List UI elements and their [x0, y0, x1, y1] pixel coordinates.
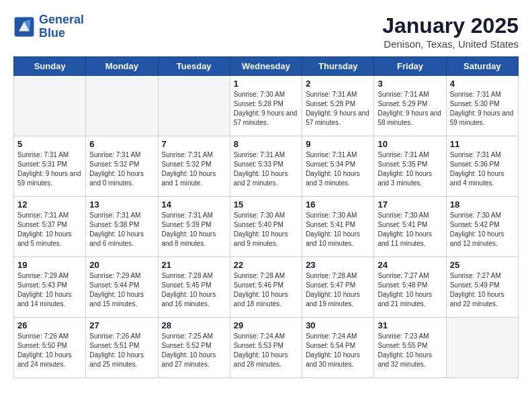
day-number: 7 [162, 139, 226, 149]
day-header-friday: Friday [374, 57, 446, 76]
day-cell: 8Sunrise: 7:31 AM Sunset: 5:33 PM Daylig… [230, 136, 302, 197]
day-cell: 22Sunrise: 7:28 AM Sunset: 5:46 PM Dayli… [230, 257, 302, 318]
day-info: Sunrise: 7:26 AM Sunset: 5:51 PM Dayligh… [89, 332, 154, 369]
day-number: 6 [89, 139, 154, 149]
day-cell: 13Sunrise: 7:31 AM Sunset: 5:38 PM Dayli… [86, 197, 158, 257]
day-number: 31 [378, 320, 442, 330]
day-cell: 4Sunrise: 7:31 AM Sunset: 5:30 PM Daylig… [446, 76, 518, 136]
day-info: Sunrise: 7:30 AM Sunset: 5:41 PM Dayligh… [306, 211, 370, 248]
day-number: 10 [378, 139, 442, 149]
day-number: 28 [162, 320, 226, 330]
day-number: 27 [89, 320, 154, 330]
day-number: 29 [234, 320, 298, 330]
day-cell: 14Sunrise: 7:31 AM Sunset: 5:39 PM Dayli… [158, 197, 230, 257]
week-row-2: 5Sunrise: 7:31 AM Sunset: 5:31 PM Daylig… [14, 136, 519, 197]
day-number: 20 [89, 260, 154, 270]
day-info: Sunrise: 7:31 AM Sunset: 5:33 PM Dayligh… [234, 150, 298, 188]
day-info: Sunrise: 7:28 AM Sunset: 5:47 PM Dayligh… [306, 271, 370, 309]
day-info: Sunrise: 7:31 AM Sunset: 5:36 PM Dayligh… [450, 150, 515, 188]
day-cell: 26Sunrise: 7:26 AM Sunset: 5:50 PM Dayli… [14, 318, 86, 378]
day-number: 25 [450, 260, 515, 270]
day-number: 30 [306, 320, 370, 330]
day-cell: 6Sunrise: 7:31 AM Sunset: 5:32 PM Daylig… [86, 136, 158, 197]
day-number: 23 [306, 260, 370, 270]
day-cell: 27Sunrise: 7:26 AM Sunset: 5:51 PM Dayli… [86, 318, 158, 378]
day-header-monday: Monday [86, 57, 158, 76]
calendar-title: January 2025 [382, 13, 519, 38]
day-info: Sunrise: 7:25 AM Sunset: 5:52 PM Dayligh… [162, 332, 226, 369]
day-number: 16 [306, 199, 370, 210]
calendar-subtitle: Denison, Texas, United States [382, 38, 519, 50]
day-cell: 30Sunrise: 7:24 AM Sunset: 5:54 PM Dayli… [302, 318, 374, 378]
day-info: Sunrise: 7:23 AM Sunset: 5:55 PM Dayligh… [378, 332, 442, 369]
day-number: 26 [17, 320, 82, 330]
day-number: 24 [378, 260, 442, 270]
day-info: Sunrise: 7:31 AM Sunset: 5:37 PM Dayligh… [17, 211, 82, 248]
day-header-tuesday: Tuesday [158, 57, 230, 76]
day-info: Sunrise: 7:30 AM Sunset: 5:28 PM Dayligh… [234, 90, 298, 128]
day-cell: 24Sunrise: 7:27 AM Sunset: 5:48 PM Dayli… [374, 257, 446, 318]
day-cell [158, 76, 230, 136]
day-cell: 3Sunrise: 7:31 AM Sunset: 5:29 PM Daylig… [374, 76, 446, 136]
day-cell [86, 76, 158, 136]
day-info: Sunrise: 7:31 AM Sunset: 5:38 PM Dayligh… [89, 211, 154, 248]
day-cell: 28Sunrise: 7:25 AM Sunset: 5:52 PM Dayli… [158, 318, 230, 378]
logo-line2: Blue [39, 26, 65, 40]
day-info: Sunrise: 7:31 AM Sunset: 5:32 PM Dayligh… [89, 150, 154, 188]
day-info: Sunrise: 7:31 AM Sunset: 5:35 PM Dayligh… [378, 150, 442, 188]
day-info: Sunrise: 7:24 AM Sunset: 5:54 PM Dayligh… [306, 332, 370, 369]
day-number: 15 [234, 199, 298, 210]
day-cell: 7Sunrise: 7:31 AM Sunset: 5:32 PM Daylig… [158, 136, 230, 197]
day-info: Sunrise: 7:30 AM Sunset: 5:40 PM Dayligh… [234, 211, 298, 248]
day-info: Sunrise: 7:26 AM Sunset: 5:50 PM Dayligh… [17, 332, 82, 369]
day-number: 12 [17, 199, 82, 210]
day-cell: 29Sunrise: 7:24 AM Sunset: 5:53 PM Dayli… [230, 318, 302, 378]
logo: General Blue [13, 13, 84, 40]
day-info: Sunrise: 7:29 AM Sunset: 5:44 PM Dayligh… [89, 271, 154, 309]
day-cell: 12Sunrise: 7:31 AM Sunset: 5:37 PM Dayli… [14, 197, 86, 257]
day-number: 19 [17, 260, 82, 270]
day-info: Sunrise: 7:30 AM Sunset: 5:41 PM Dayligh… [378, 211, 442, 248]
day-info: Sunrise: 7:30 AM Sunset: 5:42 PM Dayligh… [450, 211, 515, 248]
day-number: 13 [89, 199, 154, 210]
day-header-wednesday: Wednesday [230, 57, 302, 76]
day-cell: 23Sunrise: 7:28 AM Sunset: 5:47 PM Dayli… [302, 257, 374, 318]
day-number: 2 [306, 79, 370, 89]
day-number: 5 [17, 139, 82, 149]
day-header-saturday: Saturday [446, 57, 518, 76]
day-number: 17 [378, 199, 442, 210]
day-cell: 10Sunrise: 7:31 AM Sunset: 5:35 PM Dayli… [374, 136, 446, 197]
logo-icon [13, 16, 35, 38]
day-number: 18 [450, 199, 515, 210]
logo-text: General Blue [39, 13, 84, 40]
day-cell: 31Sunrise: 7:23 AM Sunset: 5:55 PM Dayli… [374, 318, 446, 378]
day-info: Sunrise: 7:27 AM Sunset: 5:49 PM Dayligh… [450, 271, 515, 309]
day-info: Sunrise: 7:31 AM Sunset: 5:31 PM Dayligh… [17, 150, 82, 188]
day-cell: 19Sunrise: 7:29 AM Sunset: 5:43 PM Dayli… [14, 257, 86, 318]
day-number: 22 [234, 260, 298, 270]
day-info: Sunrise: 7:31 AM Sunset: 5:32 PM Dayligh… [162, 150, 226, 188]
day-info: Sunrise: 7:27 AM Sunset: 5:48 PM Dayligh… [378, 271, 442, 309]
day-cell: 11Sunrise: 7:31 AM Sunset: 5:36 PM Dayli… [446, 136, 518, 197]
day-info: Sunrise: 7:24 AM Sunset: 5:53 PM Dayligh… [234, 332, 298, 369]
day-info: Sunrise: 7:28 AM Sunset: 5:45 PM Dayligh… [162, 271, 226, 309]
day-number: 4 [450, 79, 515, 89]
day-info: Sunrise: 7:31 AM Sunset: 5:28 PM Dayligh… [306, 90, 370, 128]
day-cell [14, 76, 86, 136]
day-cell: 9Sunrise: 7:31 AM Sunset: 5:34 PM Daylig… [302, 136, 374, 197]
day-cell: 21Sunrise: 7:28 AM Sunset: 5:45 PM Dayli… [158, 257, 230, 318]
day-info: Sunrise: 7:29 AM Sunset: 5:43 PM Dayligh… [17, 271, 82, 309]
calendar-table: SundayMondayTuesdayWednesdayThursdayFrid… [13, 56, 519, 378]
days-header-row: SundayMondayTuesdayWednesdayThursdayFrid… [14, 57, 519, 76]
day-cell: 18Sunrise: 7:30 AM Sunset: 5:42 PM Dayli… [446, 197, 518, 257]
day-cell [446, 318, 518, 378]
day-number: 14 [162, 199, 226, 210]
day-cell: 1Sunrise: 7:30 AM Sunset: 5:28 PM Daylig… [230, 76, 302, 136]
day-info: Sunrise: 7:31 AM Sunset: 5:30 PM Dayligh… [450, 90, 515, 128]
week-row-1: 1Sunrise: 7:30 AM Sunset: 5:28 PM Daylig… [14, 76, 519, 136]
title-block: January 2025 Denison, Texas, United Stat… [382, 13, 519, 50]
day-cell: 20Sunrise: 7:29 AM Sunset: 5:44 PM Dayli… [86, 257, 158, 318]
week-row-3: 12Sunrise: 7:31 AM Sunset: 5:37 PM Dayli… [14, 197, 519, 257]
day-header-sunday: Sunday [14, 57, 86, 76]
day-number: 11 [450, 139, 515, 149]
